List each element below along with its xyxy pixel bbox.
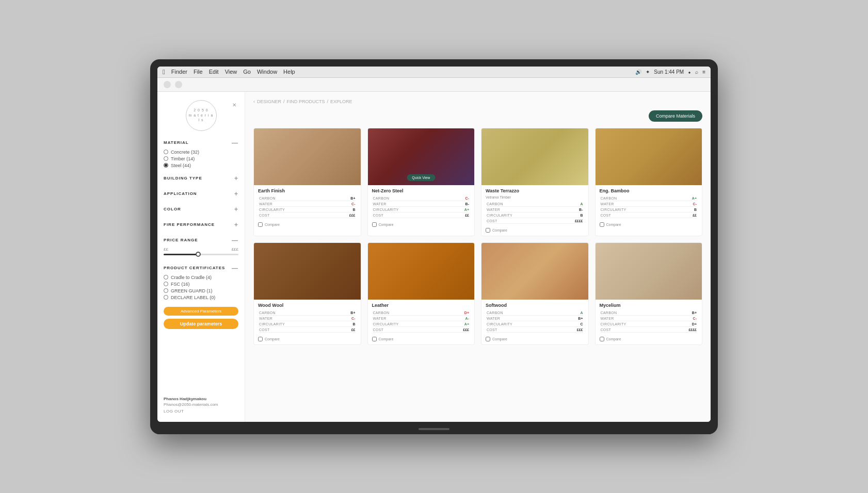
metric-label: CARBON <box>487 311 580 315</box>
certificates-toggle: — <box>232 265 238 272</box>
metric-label: CIRCULARITY <box>373 208 464 211</box>
metric-value: £££ <box>463 328 469 332</box>
metric-label: COST <box>601 328 689 332</box>
application-header[interactable]: APPLICATION + <box>164 190 238 198</box>
breadcrumb-find[interactable]: FIND PRODUCTS <box>287 99 325 104</box>
menu-file[interactable]: File <box>194 69 203 75</box>
fire-performance-section: FIRE PERFORMANCE + <box>164 221 238 232</box>
product-footer-earth-finish: Compare <box>258 222 357 227</box>
cert-fsc[interactable]: FSC (16) <box>164 282 238 287</box>
quick-view-button[interactable]: Quick View <box>407 174 435 181</box>
filter-item-steel[interactable]: Steel (44) <box>164 163 238 168</box>
material-steel-label: Steel (44) <box>171 163 191 168</box>
logout-button[interactable]: LOG OUT <box>164 409 238 414</box>
advanced-params-label: Advanced Parameters <box>181 309 221 314</box>
material-radio-concrete[interactable] <box>164 150 168 154</box>
metric-value: ££ <box>351 328 356 332</box>
metric-value: A+ <box>464 322 469 326</box>
user-name: Phanos Hadjkymakou <box>164 397 238 401</box>
fire-performance-header[interactable]: FIRE PERFORMANCE + <box>164 221 238 228</box>
metric-label: WATER <box>259 202 351 206</box>
metric-value: ££££ <box>575 219 583 223</box>
certificates-header[interactable]: PRODUCT CERTIFICATES — <box>164 265 238 272</box>
list-icon[interactable]: ≡ <box>702 69 705 75</box>
update-parameters-button[interactable]: Update parameters <box>164 319 238 329</box>
product-card-net-zero-steel: Quick View Net-Zero Steel CARBONC- WATER… <box>367 128 475 236</box>
compare-checkbox-mycelium[interactable] <box>600 337 604 341</box>
filter-item-timber[interactable]: Timber (14) <box>164 156 238 161</box>
product-name-waste-terrazzo: Waste Terrazzo <box>486 188 584 193</box>
breadcrumb-back-icon[interactable]: ‹ <box>253 99 255 104</box>
metric-label: CARBON <box>601 311 692 315</box>
cert-greenguard[interactable]: GREEN GUARD (1) <box>164 288 238 293</box>
menu-view[interactable]: View <box>225 69 237 75</box>
price-min: ££ <box>164 247 168 252</box>
price-slider[interactable] <box>164 254 238 255</box>
compare-materials-label: Compare Materials <box>656 113 695 119</box>
breadcrumb-explore[interactable]: EXPLORE <box>330 99 352 104</box>
sidebar-close-button[interactable]: ✕ <box>232 102 236 108</box>
menu-help[interactable]: Help <box>283 69 295 75</box>
compare-checkbox-eng-bamboo[interactable] <box>600 222 604 227</box>
compare-checkbox-waste-terrazzo[interactable] <box>486 228 490 233</box>
metric-label: WATER <box>601 202 693 206</box>
breadcrumb: ‹ DESIGNER / FIND PRODUCTS / EXPLORE <box>253 99 702 104</box>
cert-radio-fsc[interactable] <box>164 282 168 286</box>
sidebar-user: Phanos Hadjkymakou Phanos@2050-materials… <box>164 397 238 414</box>
metric-value: C- <box>693 202 697 206</box>
menu-window[interactable]: Window <box>257 69 277 75</box>
compare-materials-button[interactable]: Compare Materials <box>649 110 702 122</box>
compare-checkbox-earth-finish[interactable] <box>258 222 263 227</box>
product-footer-wood-wool: Compare <box>258 337 357 341</box>
search-icon[interactable]: ⌕ <box>695 69 698 75</box>
metric-value: ££ <box>693 213 697 217</box>
cert-radio-declare[interactable] <box>164 295 168 300</box>
metric-value: £££ <box>577 328 583 332</box>
app-chrome-bar <box>157 78 711 92</box>
filter-item-concrete[interactable]: Concrete (32) <box>164 150 238 155</box>
product-footer-eng-bamboo: Compare <box>600 222 698 227</box>
metric-value: ££££ <box>688 328 697 332</box>
compare-checkbox-wood-wool[interactable] <box>258 337 263 341</box>
breadcrumb-designer[interactable]: DESIGNER <box>257 99 281 104</box>
compare-label: Compare <box>379 337 394 341</box>
advanced-parameters-button[interactable]: Advanced Parameters <box>164 307 238 316</box>
time-display: Sun 1:44 PM <box>654 69 684 75</box>
product-info-mycelium: Mycelium CARBONB+ WATERC- CIRCULARITYD+ … <box>596 300 702 344</box>
fire-performance-label: FIRE PERFORMANCE <box>164 222 215 227</box>
price-slider-fill <box>164 254 197 255</box>
metric-label: WATER <box>487 317 578 320</box>
menu-go[interactable]: Go <box>243 69 251 75</box>
sidebar-logo: 2 0 5 0 m a t e r i a l s <box>164 100 238 131</box>
metric-label: COST <box>601 213 693 217</box>
color-header[interactable]: COLOR + <box>164 206 238 213</box>
compare-label: Compare <box>492 337 507 341</box>
cert-cradle[interactable]: Cradle to Cradle (4) <box>164 275 238 280</box>
cert-declare[interactable]: DECLARE LABEL (0) <box>164 295 238 300</box>
price-slider-thumb[interactable] <box>196 252 201 257</box>
cert-radio-greenguard[interactable] <box>164 288 168 293</box>
product-name-wood-wool: Wood Wool <box>258 303 357 308</box>
material-radio-steel[interactable] <box>164 163 168 168</box>
product-image-softwood <box>481 243 588 300</box>
compare-checkbox-leather[interactable] <box>372 337 377 341</box>
building-type-header[interactable]: BUILDING TYPE + <box>164 175 238 182</box>
material-radio-timber[interactable] <box>164 156 168 161</box>
compare-checkbox-net-zero-steel[interactable] <box>372 222 377 227</box>
cert-radio-cradle[interactable] <box>164 275 168 280</box>
product-subtitle-waste-terrazzo: Vetranoi Timber <box>486 195 584 199</box>
product-info-earth-finish: Earth Finish CARBONB+ WATERC- CIRCULARIT… <box>254 185 361 230</box>
product-info-softwood: Softwood CARBONA WATERB+ CIRCULARITYC CO… <box>481 300 588 344</box>
metric-value: A+ <box>692 196 697 200</box>
price-range-header[interactable]: PRICE RANGE — <box>164 237 238 244</box>
compare-label: Compare <box>265 223 280 226</box>
menu-edit[interactable]: Edit <box>209 69 219 75</box>
price-max: £££ <box>232 247 238 252</box>
compare-checkbox-softwood[interactable] <box>486 337 490 341</box>
metric-label: CARBON <box>259 311 350 315</box>
material-filter-header[interactable]: MATERIAL — <box>164 139 238 146</box>
metric-label: CARBON <box>487 202 580 206</box>
product-card-eng-bamboo: Eng. Bamboo CARBONA+ WATERC- CIRCULARITY… <box>595 128 703 236</box>
content-area: ‹ DESIGNER / FIND PRODUCTS / EXPLORE Com… <box>245 92 711 422</box>
cert-cradle-label: Cradle to Cradle (4) <box>171 275 212 280</box>
